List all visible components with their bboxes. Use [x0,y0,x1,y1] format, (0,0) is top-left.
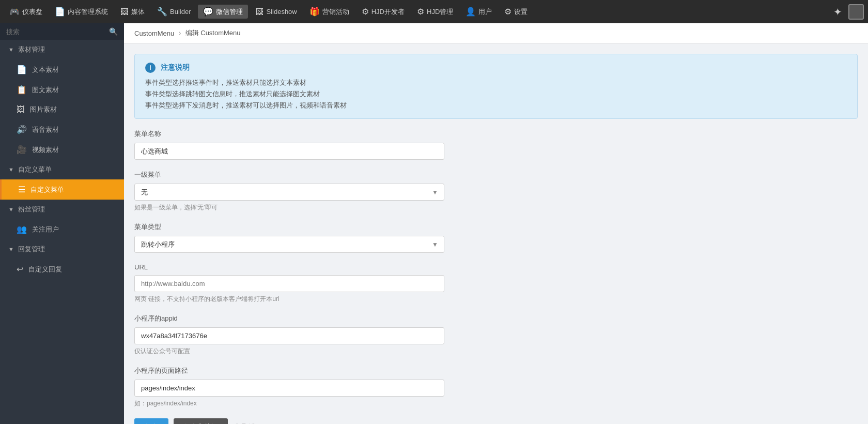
menu-type-select[interactable]: 跳转小程序 [134,236,444,253]
nav-media[interactable]: 🖼 媒体 [115,5,150,19]
sidebar-section-asset-management[interactable]: ▼ 素材管理 [0,40,124,59]
sidebar-item-custom-reply[interactable]: ↩ 自定义回复 [0,259,124,279]
settings-icon: ⚙ [504,7,512,17]
page-path-label: 小程序的页面路径 [134,366,858,375]
main-content: i 注意说明 事件类型选择推送事件时，推送素材只能选择文本素材 事件类型选择跳转… [124,43,868,424]
nav-wechat-label: 微信管理 [216,7,243,17]
nav-hjd-admin-label: HJD管理 [427,7,453,17]
nav-users[interactable]: 👤 用户 [460,5,497,19]
chevron-down-icon-2: ▼ [8,166,14,173]
user-avatar [848,4,864,20]
dashboard-icon: 🎮 [9,7,20,17]
cms-icon: 📄 [55,7,65,17]
page-path-hint: 如：pages/index/index [134,399,858,408]
page-path-group: 小程序的页面路径 如：pages/index/index [134,366,858,408]
sidebar-item-text-asset[interactable]: 📄 文本素材 [0,59,124,80]
text-asset-icon: 📄 [17,65,27,74]
appid-hint: 仅认证公众号可配置 [134,347,858,356]
sidebar-section-fans[interactable]: ▼ 粉丝管理 [0,200,124,219]
nav-dashboard-label: 仪表盘 [22,7,42,17]
nav-cms-label: 内容管理系统 [68,7,108,17]
nav-users-label: 用户 [478,7,492,17]
notice-line-2: 事件类型选择跳转图文信息时，推送素材只能选择图文素材 [145,89,847,99]
menu-type-label: 菜单类型 [134,222,858,232]
nav-hjd-dev[interactable]: ⚙ HJD开发者 [357,5,410,19]
custom-reply-label: 自定义回复 [28,265,62,274]
sidebar-section-reply[interactable]: ▼ 回复管理 [0,239,124,259]
menu-type-select-wrapper: 跳转小程序 ▼ [134,236,444,253]
search-input[interactable] [6,28,105,36]
chevron-down-icon: ▼ [8,47,14,53]
nav-hjd-admin[interactable]: ⚙ HJD管理 [412,5,458,19]
hjd-dev-icon: ⚙ [362,7,369,17]
hjd-admin-icon: ⚙ [417,7,424,17]
menu-name-label: 菜单名称 [134,129,858,139]
nav-dashboard[interactable]: 🎮 仪表盘 [4,5,48,19]
primary-menu-label: 一级菜单 [134,170,858,179]
sidebar-item-image-asset[interactable]: 🖼 图片素材 [0,100,124,119]
nav-settings-label: 设置 [514,7,528,17]
graphic-asset-icon: 📋 [17,85,27,95]
primary-menu-select[interactable]: 无 [134,184,444,201]
breadcrumb: CustomMenu › 编辑 CustomMenu [124,23,868,43]
audio-asset-icon: 🔊 [17,125,27,134]
menu-name-input[interactable] [134,143,444,160]
builder-icon: 🔧 [157,7,167,17]
appid-group: 小程序的appid 仅认证公众号可配置 [134,314,858,356]
sidebar-item-audio-asset[interactable]: 🔊 语音素材 [0,119,124,140]
graphic-asset-label: 图文素材 [32,85,59,95]
nav-settings[interactable]: ⚙ 设置 [499,5,533,19]
notice-lines: 事件类型选择推送事件时，推送素材只能选择文本素材 事件类型选择跳转图文信息时，推… [145,78,847,110]
follow-users-label: 关注用户 [32,225,59,234]
image-asset-label: 图片素材 [30,105,57,114]
appid-input[interactable] [134,327,444,344]
fans-section-label: 粉丝管理 [18,205,45,214]
nav-plus-icon[interactable]: ✦ [829,6,846,18]
search-icon[interactable]: 🔍 [109,27,118,36]
breadcrumb-link[interactable]: CustomMenu [134,29,174,37]
breadcrumb-separator: › [178,28,181,38]
breadcrumb-current: 编辑 CustomMenu [185,28,241,38]
url-input[interactable] [134,275,444,292]
notice-box: i 注意说明 事件类型选择推送事件时，推送素材只能选择文本素材 事件类型选择跳转… [134,54,858,119]
follow-users-icon: 👥 [17,224,27,234]
asset-management-label: 素材管理 [18,45,45,54]
primary-menu-group: 一级菜单 无 ▼ 如果是一级菜单，选择'无'即可 [134,170,858,212]
menu-name-group: 菜单名称 [134,129,858,160]
wechat-icon: 💬 [203,7,213,17]
primary-menu-hint: 如果是一级菜单，选择'无'即可 [134,203,858,212]
nav-builder-label: Builder [170,8,191,16]
custom-menu-icon: ☰ [18,185,25,194]
save-button[interactable]: 保存 [134,418,168,424]
users-icon: 👤 [466,7,476,17]
custom-menu-section-label: 自定义菜单 [18,165,52,174]
nav-builder[interactable]: 🔧 Builder [152,5,196,19]
sidebar-item-video-asset[interactable]: 🎥 视频素材 [0,140,124,160]
audio-asset-label: 语音素材 [32,125,59,134]
form-buttons: 保存 保存和关闭 或 取消 [134,418,858,424]
sidebar-item-follow-users[interactable]: 👥 关注用户 [0,219,124,239]
nav-marketing-label: 营销活动 [322,7,349,17]
page-path-input[interactable] [134,380,444,397]
video-asset-label: 视频素材 [32,145,59,155]
nav-marketing[interactable]: 🎁 营销活动 [304,5,354,19]
sidebar-section-custom-menu[interactable]: ▼ 自定义菜单 [0,160,124,179]
nav-slideshow[interactable]: 🖼 Slideshow [250,5,302,19]
nav-slideshow-label: Slideshow [266,8,297,16]
notice-line-3: 事件类型选择下发消息时，推送素材可以选择图片，视频和语音素材 [145,101,847,110]
url-label: URL [134,263,858,271]
nav-media-label: 媒体 [131,7,145,17]
sidebar-search-bar[interactable]: 🔍 [0,23,124,40]
notice-title: 注意说明 [161,63,190,72]
save-and-close-button[interactable]: 保存和关闭 [174,418,228,424]
nav-cms[interactable]: 📄 内容管理系统 [50,5,113,19]
sidebar-item-custom-menu[interactable]: ☰ 自定义菜单 [0,179,124,200]
menu-type-group: 菜单类型 跳转小程序 ▼ [134,222,858,253]
nav-wechat[interactable]: 💬 微信管理 [198,5,248,19]
notice-line-1: 事件类型选择推送事件时，推送素材只能选择文本素材 [145,78,847,87]
top-navigation: 🎮 仪表盘 📄 内容管理系统 🖼 媒体 🔧 Builder 💬 微信管理 🖼 S… [0,0,868,23]
media-icon: 🖼 [120,7,129,17]
notice-header: i 注意说明 [145,63,847,73]
edit-form: 菜单名称 一级菜单 无 ▼ 如果是一级菜单，选择'无'即可 [134,129,858,424]
sidebar-item-graphic-asset[interactable]: 📋 图文素材 [0,80,124,100]
